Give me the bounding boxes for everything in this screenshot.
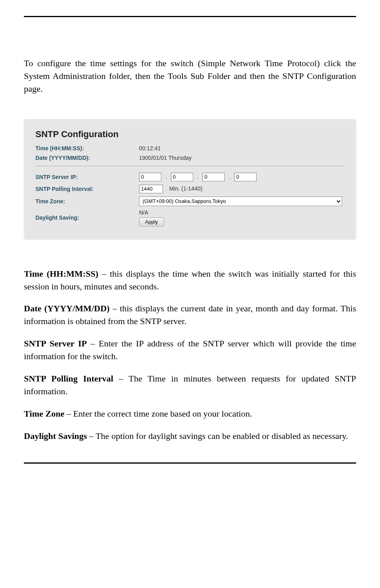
timezone-row: Time Zone: (GMT+09:00) Osaka,Sapporo,Tok… [35,197,345,206]
polling-suffix: Min. (1-1440) [169,185,202,192]
ip-octet-1[interactable] [139,173,161,181]
def-server-ip: SNTP Server IP – Enter the IP address of… [24,337,356,363]
def-time-term: Time (HH:MM:SS) [24,269,98,279]
top-rule [24,16,356,17]
panel-title: SNTP Configuration [35,129,345,140]
def-time: Time (HH:MM:SS) – this displays the time… [24,267,356,293]
date-label: Date (YYYY/MM/DD): [35,155,139,161]
server-ip-label: SNTP Server IP: [35,174,139,180]
date-value: 1900/01/01 Thursday [139,155,192,161]
polling-input[interactable] [139,185,163,193]
def-daylight-desc: – The option for daylight savings can be… [87,431,348,441]
sntp-config-panel: SNTP Configuration Time (HH:MM:SS): 00:1… [24,119,356,240]
def-date: Date (YYYY/MM/DD) – this displays the cu… [24,302,356,328]
daylight-value-group: N/A Apply [139,209,164,226]
time-row: Time (HH:MM:SS): 00:12:41 [35,145,345,151]
def-daylight-term: Daylight Savings [24,431,87,441]
ip-octet-3[interactable] [202,173,225,181]
def-polling: SNTP Polling Interval – The Time in minu… [24,372,356,398]
definitions: Time (HH:MM:SS) – this displays the time… [24,267,356,442]
ip-octet-4[interactable] [234,173,257,181]
def-timezone-term: Time Zone [24,409,65,419]
ip-dot: . [165,173,167,180]
time-value: 00:12:41 [139,145,161,151]
daylight-row: Daylight Saving: N/A Apply [35,209,345,226]
intro-paragraph: To configure the time settings for the s… [24,57,356,95]
time-label: Time (HH:MM:SS): [35,145,139,151]
ip-dot: . [197,173,199,180]
bottom-rule [24,462,356,464]
timezone-select[interactable]: (GMT+09:00) Osaka,Sapporo,Tokyo [139,197,342,206]
def-server-ip-term: SNTP Server IP [24,338,87,348]
ip-dot: . [229,173,230,180]
ip-octet-2[interactable] [171,173,193,181]
polling-row: SNTP Polling Interval: Min. (1-1440) [35,185,345,193]
polling-input-group: Min. (1-1440) [139,185,202,193]
server-ip-row: SNTP Server IP: . . . [35,173,345,181]
panel-divider [35,166,345,166]
timezone-label: Time Zone: [35,198,139,205]
polling-label: SNTP Polling Interval: [35,186,139,192]
ip-input-group: . . . [139,173,257,181]
daylight-value: N/A [139,209,164,216]
daylight-label: Daylight Saving: [35,214,139,221]
def-timezone: Time Zone – Enter the correct time zone … [24,407,356,420]
def-polling-term: SNTP Polling Interval [24,374,113,383]
date-row: Date (YYYY/MM/DD): 1900/01/01 Thursday [35,155,345,161]
def-timezone-desc: – Enter the correct time zone based on y… [65,409,252,419]
def-daylight: Daylight Savings – The option for daylig… [24,430,356,442]
apply-button[interactable]: Apply [139,217,164,226]
def-date-term: Date (YYYY/MM/DD) [24,303,110,313]
